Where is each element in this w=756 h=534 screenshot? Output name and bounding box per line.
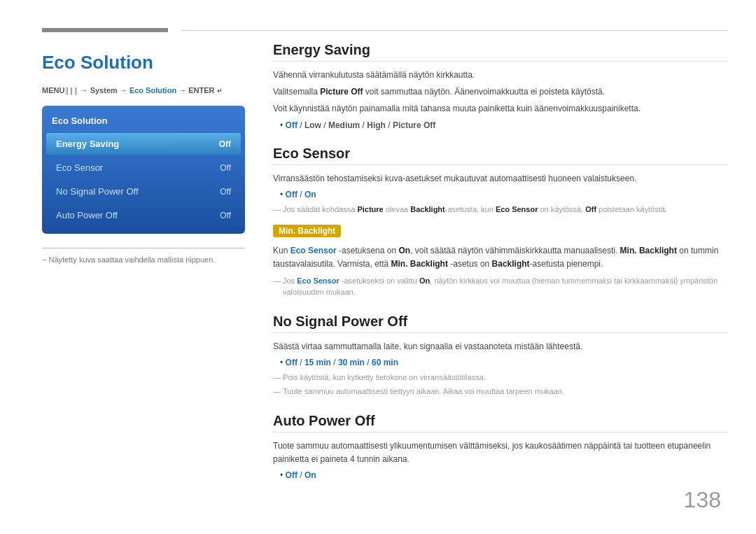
- no-signal-options: Off / 15 min / 30 min / 60 min: [280, 358, 728, 367]
- menu-item-value: Off: [220, 163, 231, 173]
- energy-saving-options: Off / Low / Medium / High / Picture Off: [280, 120, 728, 130]
- no-signal-note1: Pois käytöstä, kun kytketty tietokone on…: [273, 372, 728, 384]
- section-eco-sensor: Eco Sensor Virransäästön tehostamiseksi …: [273, 146, 728, 298]
- section-energy-saving: Energy Saving Vähennä virrankulutusta sä…: [273, 42, 728, 130]
- section-title-eco-sensor: Eco Sensor: [273, 146, 728, 165]
- eco-sensor-note2: Jos Eco Sensor -asetukseksi on valittu O…: [273, 275, 728, 298]
- energy-saving-option-list: Off / Low / Medium / High / Picture Off: [280, 120, 728, 130]
- menu-item-value: Off: [220, 187, 231, 197]
- energy-saving-text-1: Vähennä virrankulutusta säätämällä näytö…: [273, 69, 728, 82]
- auto-power-off-option-list: Off / On: [280, 470, 728, 480]
- menu-item-value: Off: [220, 211, 231, 220]
- eco-sensor-options: Off / On: [280, 190, 728, 199]
- menu-box: Eco Solution Energy Saving Off Eco Senso…: [42, 106, 245, 234]
- energy-saving-text-2: Valitsemalla Picture Off voit sammuttaa …: [273, 85, 728, 99]
- auto-power-off-text-1: Tuote sammuu automaattisesti ylikuumentu…: [273, 440, 728, 466]
- menu-item-value: Off: [219, 139, 231, 149]
- no-signal-option-list: Off / 15 min / 30 min / 60 min: [280, 358, 728, 367]
- page-title: Eco Solution: [42, 52, 245, 73]
- top-bar-right: [182, 30, 728, 31]
- right-column: Energy Saving Vähennä virrankulutusta sä…: [273, 42, 728, 496]
- page-number: 138: [684, 487, 721, 513]
- menu-item-eco-sensor[interactable]: Eco Sensor Off: [46, 157, 241, 178]
- section-no-signal: No Signal Power Off Säästä virtaa sammut…: [273, 314, 728, 398]
- menu-path: MENU║║║ → System → Eco Solution → ENTER …: [42, 86, 245, 94]
- menu-item-auto-power-off[interactable]: Auto Power Off Off: [46, 204, 241, 226]
- footnote: Näytetty kuva saattaa vaihdella mallista…: [42, 255, 245, 264]
- no-signal-text-1: Säästä virtaa sammuttamalla laite, kun s…: [273, 340, 728, 353]
- eco-sensor-text-1: Virransäästön tehostamiseksi kuva-asetuk…: [273, 172, 728, 185]
- left-column: Eco Solution MENU║║║ → System → Eco Solu…: [42, 42, 245, 264]
- section-title-no-signal: No Signal Power Off: [273, 314, 728, 333]
- min-backlight-badge: Min. Backlight: [273, 225, 341, 237]
- energy-saving-text-3: Voit käynnistää näytön painamalla mitä t…: [273, 102, 728, 115]
- eco-sensor-min-backlight-text: Kun Eco Sensor -asetuksena on On, voit s…: [273, 244, 728, 271]
- menu-item-label: Eco Sensor: [56, 162, 103, 173]
- no-signal-note2: Tuote sammuu automaattisesti tiettyyn ai…: [273, 386, 728, 398]
- menu-item-label: Auto Power Off: [56, 210, 118, 220]
- menu-item-label: No Signal Power Off: [56, 186, 139, 197]
- divider: [42, 248, 245, 248]
- menu-item-label: Energy Saving: [56, 139, 119, 149]
- menu-item-no-signal[interactable]: No Signal Power Off Off: [46, 181, 241, 202]
- section-auto-power-off: Auto Power Off Tuote sammuu automaattise…: [273, 413, 728, 480]
- section-title-auto-power-off: Auto Power Off: [273, 413, 728, 433]
- menu-item-energy-saving[interactable]: Energy Saving Off: [46, 133, 241, 155]
- auto-power-off-options: Off / On: [280, 470, 728, 480]
- eco-sensor-option-list: Off / On: [280, 190, 728, 199]
- menu-box-title: Eco Solution: [42, 111, 245, 133]
- section-title-energy-saving: Energy Saving: [273, 42, 728, 62]
- eco-sensor-note1: Jos säädät kohdassa Picture olevaa Backl…: [273, 204, 728, 216]
- top-bar-left: [42, 28, 168, 32]
